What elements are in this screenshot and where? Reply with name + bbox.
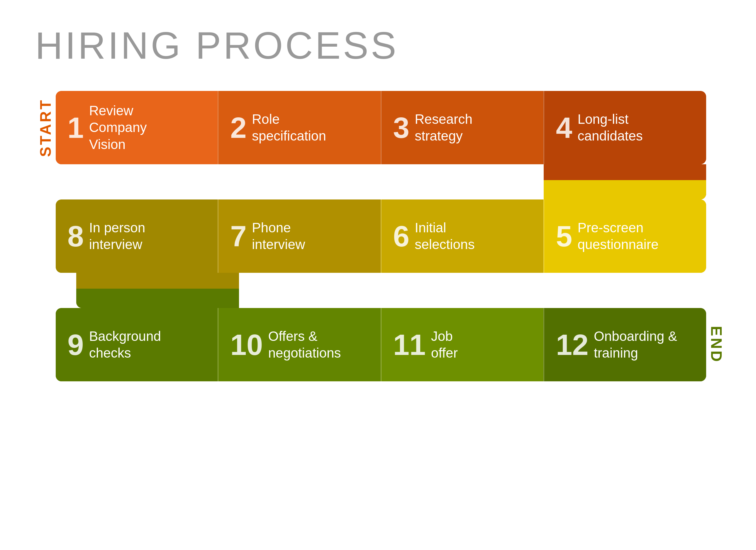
step-5-label: Pre-screenquestionnaire bbox=[577, 219, 658, 253]
step-7-number: 7 bbox=[230, 221, 247, 251]
diagram-container: START 1 ReviewCompanyVision 2 Rolespecif… bbox=[35, 91, 727, 527]
step-2: 2 Rolespecification bbox=[218, 91, 380, 164]
row3-wrapper: 9 Backgroundchecks 10 Offers &negotiatio… bbox=[35, 308, 727, 381]
step-8-label: In personinterview bbox=[89, 219, 145, 253]
step-4-number: 4 bbox=[556, 113, 572, 142]
page-title: HIRING PROCESS bbox=[35, 23, 727, 67]
step-11-label: Joboffer bbox=[431, 328, 458, 362]
connector-2-3 bbox=[56, 273, 706, 308]
step-8-number: 8 bbox=[67, 221, 84, 251]
step-9: 9 Backgroundchecks bbox=[56, 308, 218, 381]
step-11-number: 11 bbox=[393, 330, 426, 359]
step-4-label: Long-listcandidates bbox=[577, 111, 643, 145]
step-12-number: 12 bbox=[556, 330, 589, 359]
step-2-number: 2 bbox=[230, 113, 247, 142]
row2-steps: 8 In personinterview 7 Phoneinterview 6 … bbox=[56, 199, 706, 273]
end-label: END bbox=[706, 308, 727, 381]
step-6-label: Initialselections bbox=[415, 219, 475, 253]
row2-wrapper: 8 In personinterview 7 Phoneinterview 6 … bbox=[35, 199, 727, 273]
step-2-label: Rolespecification bbox=[252, 111, 326, 145]
step-4: 4 Long-listcandidates bbox=[543, 91, 706, 164]
step-1-number: 1 bbox=[67, 113, 84, 142]
step-1-label: ReviewCompanyVision bbox=[89, 102, 147, 153]
row3-steps: 9 Backgroundchecks 10 Offers &negotiatio… bbox=[56, 308, 706, 381]
step-10-number: 10 bbox=[230, 330, 263, 359]
step-3-label: Researchstrategy bbox=[415, 111, 472, 145]
connector-1-2 bbox=[56, 164, 706, 199]
step-11: 11 Joboffer bbox=[381, 308, 543, 381]
step-1: 1 ReviewCompanyVision bbox=[56, 91, 218, 164]
step-6-number: 6 bbox=[393, 221, 410, 251]
step-12: 12 Onboarding &training bbox=[543, 308, 706, 381]
row1-wrapper: START 1 ReviewCompanyVision 2 Rolespecif… bbox=[35, 91, 727, 164]
step-9-number: 9 bbox=[67, 330, 84, 359]
step-3-number: 3 bbox=[393, 113, 410, 142]
step-5: 5 Pre-screenquestionnaire bbox=[543, 199, 706, 273]
step-12-label: Onboarding &training bbox=[594, 328, 677, 362]
step-7: 7 Phoneinterview bbox=[218, 199, 380, 273]
row1-steps: 1 ReviewCompanyVision 2 Rolespecificatio… bbox=[56, 91, 706, 164]
step-7-label: Phoneinterview bbox=[252, 219, 305, 253]
step-5-number: 5 bbox=[556, 221, 572, 251]
step-6: 6 Initialselections bbox=[381, 199, 543, 273]
step-3: 3 Researchstrategy bbox=[381, 91, 543, 164]
start-label: START bbox=[35, 91, 56, 164]
step-10-label: Offers &negotiations bbox=[268, 328, 341, 362]
step-9-label: Backgroundchecks bbox=[89, 328, 161, 362]
step-10: 10 Offers &negotiations bbox=[218, 308, 380, 381]
step-8: 8 In personinterview bbox=[56, 199, 218, 273]
